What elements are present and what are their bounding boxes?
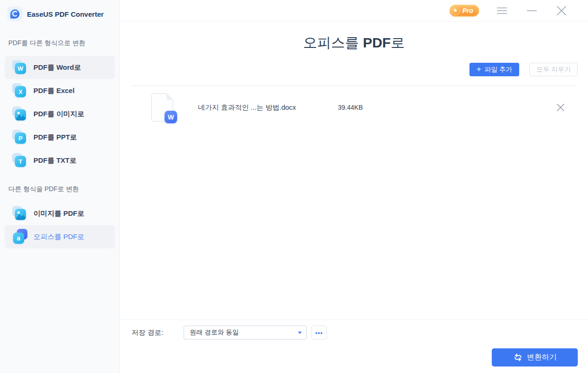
add-files-button[interactable]: + 파일 추가 <box>469 63 519 76</box>
star-icon: ★ <box>451 6 460 15</box>
page-title-bold: PDF <box>363 35 391 50</box>
ppt-icon: P <box>13 131 26 144</box>
pro-badge[interactable]: ★ Pro <box>449 5 479 17</box>
word-icon-letter: W <box>15 63 26 74</box>
file-row: W 네가지 효과적인 ...는 방법.docx 39.44KB <box>120 92 588 123</box>
image-icon-glyph <box>15 209 26 220</box>
excel-icon: X <box>13 84 26 97</box>
word-document-icon: W <box>151 93 173 122</box>
txt-icon: T <box>13 154 26 167</box>
remove-file-button[interactable] <box>555 101 567 113</box>
convert-button[interactable]: 변환하기 <box>492 348 578 366</box>
minimize-icon <box>527 7 537 15</box>
save-path-value: 원래 경로와 동일 <box>190 328 239 337</box>
close-button[interactable] <box>555 4 568 17</box>
file-list-empty-area <box>120 123 588 320</box>
txt-icon-letter: T <box>15 156 26 167</box>
file-name: 네가지 효과적인 ...는 방법.docx <box>198 103 338 112</box>
save-path-label: 저장 경로: <box>132 328 184 337</box>
app-window: EaseUS PDF Converter PDF를 다른 형식으로 변환 W P… <box>0 0 588 373</box>
browse-path-button[interactable]: ••• <box>311 326 327 340</box>
app-header: EaseUS PDF Converter <box>0 0 119 28</box>
image-icon <box>13 107 26 120</box>
add-files-label: 파일 추가 <box>484 66 512 74</box>
titlebar: ★ Pro <box>120 0 588 21</box>
sidebar-item-image-to-pdf[interactable]: 이미지를 PDF로 <box>5 202 115 225</box>
sidebar-item-label: PDF를 PPT로 <box>33 133 77 142</box>
sidebar-item-pdf-to-word[interactable]: W PDF를 Word로 <box>5 56 115 79</box>
pro-badge-label: Pro <box>462 7 474 14</box>
file-list-divider <box>132 86 578 86</box>
sidebar-item-label: 오피스를 PDF로 <box>33 233 84 241</box>
convert-row: 변환하기 <box>120 340 588 373</box>
image-icon <box>13 207 26 220</box>
sidebar-item-pdf-to-excel[interactable]: X PDF를 Excel <box>5 79 115 102</box>
sidebar-item-label: PDF를 이미지로 <box>33 110 84 119</box>
file-size: 39.44KB <box>338 104 363 111</box>
page-title-post: 로 <box>391 35 405 50</box>
plus-icon: + <box>476 65 481 74</box>
sidebar-item-pdf-to-ppt[interactable]: P PDF를 PPT로 <box>5 126 115 149</box>
app-title: EaseUS PDF Converter <box>27 10 104 18</box>
page-title-pre: 오피스를 <box>303 35 363 50</box>
sidebar-item-label: PDF를 TXT로 <box>33 156 77 165</box>
sidebar-item-label: 이미지를 PDF로 <box>33 209 84 218</box>
ppt-icon-letter: P <box>15 133 26 144</box>
sidebar-item-pdf-to-image[interactable]: PDF를 이미지로 <box>5 102 115 126</box>
office-icon: a <box>13 230 26 243</box>
sidebar-item-label: PDF를 Word로 <box>33 63 81 72</box>
app-logo-icon <box>7 7 22 21</box>
close-icon <box>556 6 567 15</box>
page-title: 오피스를 PDF로 <box>120 33 588 53</box>
sidebar-item-pdf-to-txt[interactable]: T PDF를 TXT로 <box>5 149 115 172</box>
sidebar-section-pdf-to-other: PDF를 다른 형식으로 변환 <box>8 39 119 47</box>
word-icon: W <box>13 61 26 74</box>
convert-icon <box>513 353 523 362</box>
sidebar-item-office-to-pdf[interactable]: a 오피스를 PDF로 <box>5 225 115 248</box>
word-badge-icon: W <box>165 111 177 123</box>
image-icon-glyph <box>15 109 26 120</box>
convert-button-label: 변환하기 <box>527 353 557 362</box>
main-panel: ★ Pro <box>120 0 588 373</box>
actions-row: + 파일 추가 모두 지우기 <box>120 63 588 76</box>
sidebar-item-label: PDF를 Excel <box>33 87 74 95</box>
excel-icon-letter: X <box>15 86 26 97</box>
sidebar: EaseUS PDF Converter PDF를 다른 형식으로 변환 W P… <box>0 0 120 373</box>
office-icon-letter: a <box>13 233 24 244</box>
save-path-select[interactable]: 원래 경로와 동일 <box>184 326 307 340</box>
clear-all-button[interactable]: 모두 지우기 <box>529 63 578 76</box>
hamburger-icon <box>497 7 507 15</box>
close-icon <box>556 103 565 112</box>
menu-button[interactable] <box>495 5 509 17</box>
minimize-button[interactable] <box>525 5 539 17</box>
save-path-row: 저장 경로: 원래 경로와 동일 ••• <box>120 320 588 340</box>
chevron-down-icon <box>298 332 302 334</box>
sidebar-section-other-to-pdf: 다른 형식을 PDF로 변환 <box>8 185 119 193</box>
